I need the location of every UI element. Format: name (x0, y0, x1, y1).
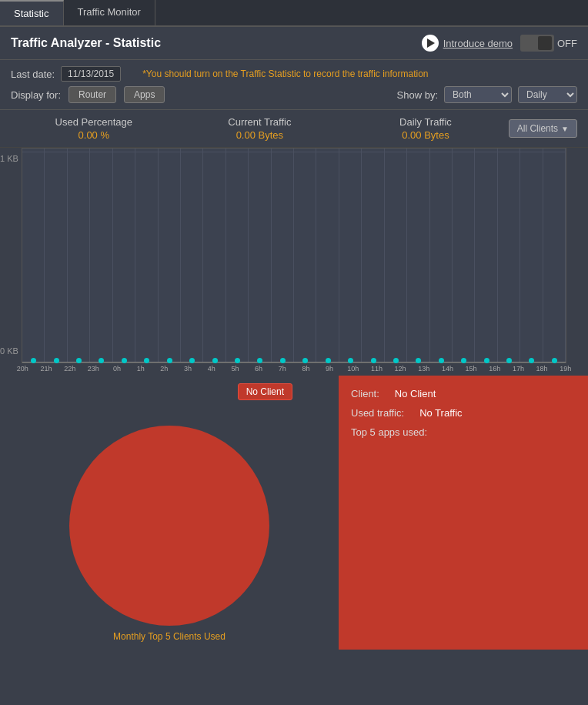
current-traffic-label: Current Traffic (177, 116, 343, 128)
chart-v-line (475, 149, 497, 363)
x-axis-label: 17h (506, 365, 530, 373)
intro-demo-link[interactable]: Introduce demo (422, 35, 513, 52)
all-clients-button[interactable]: All Clients ▼ (509, 119, 577, 138)
x-axis-dot (439, 358, 444, 363)
chart-v-line (339, 149, 362, 363)
x-axis-dot (552, 358, 557, 363)
y-label-top: 1 KB (0, 154, 18, 163)
chart-area (22, 148, 566, 363)
used-percentage-value: 0.00 % (11, 129, 177, 141)
x-axis-label: 18h (530, 365, 554, 373)
top5-label: Top 5 apps used: (351, 426, 576, 438)
x-axis-label: 4h (199, 365, 223, 373)
x-axis-label: 0h (105, 365, 129, 373)
chart-v-line (135, 149, 158, 363)
x-axis-dot (99, 358, 104, 363)
chart-v-line (68, 149, 90, 363)
x-axis-label: 3h (176, 365, 200, 373)
warning-text: *You should turn on the Traffic Statisti… (142, 68, 428, 79)
x-axis-label: 15h (459, 365, 483, 373)
router-button[interactable]: Router (68, 86, 116, 103)
x-axis-label: 1h (129, 365, 152, 373)
x-axis-dot (529, 358, 534, 363)
chart-v-line (453, 149, 475, 363)
daily-traffic-block: Daily Traffic 0.00 Bytes (342, 116, 509, 141)
chart-v-line (498, 149, 520, 363)
client-info-panel: Client: No Client Used traffic: No Traff… (339, 376, 588, 650)
client-row: Client: No Client (351, 388, 576, 399)
chart-v-line (113, 149, 135, 363)
chart-v-line (159, 149, 181, 363)
chart-v-line (203, 149, 226, 363)
x-axis-dot (235, 358, 240, 363)
period-select[interactable]: Daily Weekly Monthly (518, 86, 577, 103)
used-traffic-row: Used traffic: No Traffic (351, 407, 576, 419)
dots-row (22, 358, 566, 363)
x-axis-dot (326, 358, 331, 363)
no-client-tag: No Client (238, 383, 292, 400)
x-axis-dot (280, 358, 286, 363)
last-date-value: 11/13/2015 (61, 66, 121, 82)
toggle-knob (538, 36, 552, 50)
x-axis-dot (302, 358, 308, 363)
chart-v-line (520, 149, 543, 363)
tab-bar: Statistic Traffic Monitor (0, 0, 588, 27)
x-axis-dot (167, 358, 172, 363)
tab-traffic-monitor[interactable]: Traffic Monitor (64, 0, 155, 25)
pie-chart (50, 399, 289, 637)
x-axis-label: 13h (412, 365, 436, 373)
chart-v-line (543, 149, 566, 363)
used-percentage-label: Used Percentage (11, 116, 177, 128)
x-axis-dot (506, 358, 512, 363)
current-traffic-block: Current Traffic 0.00 Bytes (177, 116, 343, 141)
all-clients-select[interactable]: All Clients ▼ (509, 119, 577, 138)
date-row: Last date: 11/13/2015 *You should turn o… (11, 66, 577, 82)
bottom-section: No Client Monthly Top 5 Clients Used Cli… (0, 376, 588, 650)
x-axis-dot (257, 358, 262, 363)
toggle-button[interactable] (520, 35, 554, 52)
used-traffic-value: No Traffic (419, 407, 462, 419)
chevron-down-icon: ▼ (561, 125, 569, 133)
pie-section: No Client Monthly Top 5 Clients Used (0, 376, 339, 650)
used-traffic-label: Used traffic: (351, 407, 404, 419)
chart-v-line (272, 149, 294, 363)
x-axis-label: 21h (35, 365, 58, 373)
play-triangle (427, 38, 435, 48)
svg-point-0 (69, 426, 269, 626)
x-axis-label: 8h (294, 365, 318, 373)
daily-traffic-label: Daily Traffic (342, 116, 509, 128)
x-axis-label: 2h (152, 365, 176, 373)
controls-row: Last date: 11/13/2015 *You should turn o… (0, 60, 588, 110)
chart-v-line (226, 149, 249, 363)
chart-v-line (90, 149, 112, 363)
chart-v-line (430, 149, 453, 363)
display-row: Display for: Router Apps Show by: Both U… (11, 86, 577, 103)
x-axis-dot (371, 358, 376, 363)
show-by-select[interactable]: Both Upload Download (444, 86, 512, 103)
x-axis-label: 9h (318, 365, 342, 373)
pie-footer: Monthly Top 5 Clients Used (113, 631, 226, 642)
chart-v-line (316, 149, 339, 363)
x-axis-dot (189, 358, 195, 363)
chart-inner (22, 149, 566, 363)
show-by-section: Show by: Both Upload Download Daily Week… (397, 86, 577, 103)
x-axis-label: 23h (82, 365, 105, 373)
x-axis-labels: 20h21h22h23h0h1h2h3h4h5h6h7h8h9h10h11h12… (11, 363, 577, 376)
x-axis-label: 12h (389, 365, 413, 373)
apps-button[interactable]: Apps (124, 86, 165, 103)
x-axis-dot (144, 358, 149, 363)
x-axis-dot (212, 358, 218, 363)
x-axis-label: 14h (436, 365, 459, 373)
x-axis-dot (76, 358, 82, 363)
tab-statistic[interactable]: Statistic (0, 0, 64, 25)
daily-traffic-value: 0.00 Bytes (342, 129, 509, 141)
x-axis-dot (54, 358, 59, 363)
chart-v-line (249, 149, 271, 363)
toggle-switch[interactable]: OFF (520, 35, 577, 52)
y-label-bottom: 0 KB (0, 346, 18, 356)
x-axis-label: 6h (247, 365, 271, 373)
display-for-label: Display for: (11, 89, 61, 101)
x-axis-label: 16h (483, 365, 506, 373)
toggle-label: OFF (557, 38, 577, 49)
x-axis-dot (348, 358, 353, 363)
